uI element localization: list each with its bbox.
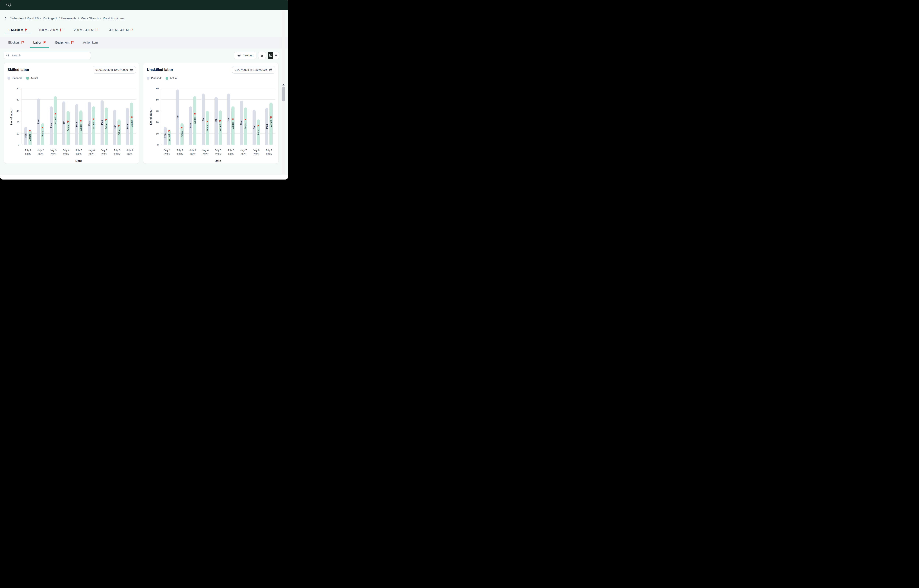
catchup-button[interactable]: Catchup	[234, 52, 257, 59]
bar-label: Actual	[67, 125, 69, 131]
y-tick-label: 40	[16, 110, 19, 112]
bar-label: Plan	[215, 118, 217, 123]
flag-icon	[71, 41, 74, 44]
bar-label: Plan	[189, 123, 192, 128]
chart-cards: Skilled labor 01/07/2025 to 12/07/2026	[4, 63, 279, 164]
scrollbar-track[interactable]	[282, 10, 285, 174]
screen: Sub-arterial Road E6/Package 1/Pavements…	[0, 0, 288, 180]
tab-label: 300 M - 400 M	[109, 28, 129, 32]
subtab-blockers[interactable]: Blockers	[5, 37, 27, 48]
bar-planned[interactable]: Plan	[113, 110, 116, 145]
bar-actual[interactable]: Actual	[231, 107, 234, 145]
bar-actual[interactable]: Actual	[193, 96, 196, 145]
bar-actual[interactable]: Actual	[92, 107, 95, 145]
bar-actual[interactable]: Actual	[181, 123, 184, 145]
bar-planned[interactable]: Plan	[62, 102, 65, 145]
bar-planned[interactable]: Plan	[24, 127, 27, 145]
bar-planned[interactable]: Plan	[215, 97, 218, 145]
y-tick-label: 60	[16, 98, 19, 101]
bar-planned[interactable]: Plan	[202, 94, 205, 145]
bar-label: Actual	[181, 131, 183, 137]
bar-planned[interactable]: Plan	[88, 102, 91, 145]
scroll-up-arrow-icon[interactable]	[282, 84, 285, 86]
flag-icon	[118, 124, 120, 127]
bar-actual[interactable]: Actual	[66, 111, 69, 145]
y-tick-label: 20	[16, 121, 19, 124]
chart-view-button[interactable]	[268, 52, 273, 59]
bar-actual[interactable]: Actual	[54, 96, 57, 145]
bar-actual[interactable]: Actual	[270, 103, 273, 145]
bar-actual[interactable]: Actual	[118, 120, 121, 145]
x-tick-label: July 12025	[161, 149, 174, 155]
tab-label: Blockers	[8, 41, 19, 44]
x-tick-label: July 22025	[173, 149, 187, 155]
y-tick-label: 0	[157, 144, 158, 146]
bar-planned[interactable]: Plan	[50, 107, 53, 145]
bar-actual[interactable]: Actual	[168, 130, 171, 145]
subtab-equipment[interactable]: Equipment	[52, 37, 77, 48]
bar-planned[interactable]: Plan	[252, 110, 256, 145]
tab-0-m-100-m[interactable]: 0 M-100 M	[5, 26, 31, 34]
flag-icon	[168, 130, 171, 132]
bar-planned[interactable]: Plan	[227, 94, 230, 145]
flag-icon	[257, 124, 260, 127]
flag-icon	[181, 127, 183, 129]
bar-actual[interactable]: Actual	[79, 110, 82, 145]
flag-icon	[29, 130, 31, 132]
tab-label: Labor	[33, 41, 41, 44]
date-range-picker[interactable]: 01/07/2025 to 12/07/2026	[232, 66, 275, 73]
bar-actual[interactable]: Actual	[257, 120, 260, 145]
flag-icon	[54, 113, 57, 116]
bar-actual[interactable]: Actual	[29, 130, 32, 145]
x-tick-label: July 22025	[34, 149, 47, 155]
bar-actual[interactable]: Actual	[206, 111, 209, 145]
tab-100-m-200-m[interactable]: 100 M - 200 M	[36, 26, 66, 34]
search-input[interactable]	[11, 54, 88, 57]
search-box[interactable]	[4, 52, 91, 59]
bar-planned[interactable]: Plan	[75, 104, 78, 145]
bar-actual[interactable]: Actual	[130, 103, 133, 145]
back-arrow-icon[interactable]	[4, 16, 8, 20]
bar-label: Plan	[101, 120, 103, 125]
breadcrumb-items: Sub-arterial Road E6/Package 1/Pavements…	[10, 16, 124, 20]
bar-label: Plan	[50, 123, 53, 128]
bar-planned[interactable]: Plan	[126, 108, 129, 145]
bar-planned[interactable]: Plan	[176, 89, 179, 145]
bar-actual[interactable]: Actual	[244, 108, 247, 145]
bar-planned[interactable]: Plan	[189, 107, 192, 145]
bar-label: Plan	[164, 133, 166, 138]
bar-planned[interactable]: Plan	[240, 101, 243, 145]
bar-label: Plan	[114, 125, 116, 129]
bar-planned[interactable]: Plan	[37, 99, 40, 145]
breadcrumb-item[interactable]: Package 1	[43, 16, 57, 20]
y-axis-title: No. of labour	[149, 108, 152, 125]
section-tabs: 0 M-100 M100 M - 200 M200 M - 300 M300 M…	[0, 26, 288, 34]
unskilled-labor-card: Unskilled labor 01/07/2025 to 12/07/2026	[143, 63, 279, 164]
subtab-labor[interactable]: Labor	[30, 37, 49, 48]
list-view-button[interactable]	[273, 52, 279, 59]
breadcrumb-item[interactable]: Major Stretch	[81, 16, 99, 20]
breadcrumb-item[interactable]: Road Furnitures	[103, 16, 124, 20]
bar-actual[interactable]: Actual	[105, 108, 108, 145]
flag-icon	[21, 41, 24, 44]
bar-actual[interactable]: Actual	[41, 123, 44, 145]
bar-actual[interactable]: Actual	[219, 110, 222, 145]
breadcrumb-item[interactable]: Sub-arterial Road E6	[10, 16, 39, 20]
date-range-picker[interactable]: 01/07/2025 to 12/07/2026	[93, 66, 136, 73]
tab-200-m-300-m[interactable]: 200 M - 300 M	[71, 26, 101, 34]
flag-icon	[232, 118, 234, 121]
subtab-action-item[interactable]: Action item	[80, 37, 101, 48]
flag-icon	[25, 28, 28, 32]
card-title: Unskilled labor	[147, 68, 173, 72]
scrollbar-thumb[interactable]	[282, 87, 285, 102]
breadcrumb-item[interactable]: Pavements	[61, 16, 76, 20]
bar-label: Actual	[206, 125, 209, 131]
bar-planned[interactable]: Plan	[265, 108, 268, 145]
bar-planned[interactable]: Plan	[163, 127, 167, 145]
tab-300-m-400-m[interactable]: 300 M - 400 M	[106, 26, 137, 34]
planned-swatch	[8, 77, 10, 79]
download-button[interactable]	[258, 52, 266, 59]
bar-planned[interactable]: Plan	[100, 100, 104, 145]
planned-swatch	[147, 77, 149, 79]
download-icon	[260, 54, 264, 57]
